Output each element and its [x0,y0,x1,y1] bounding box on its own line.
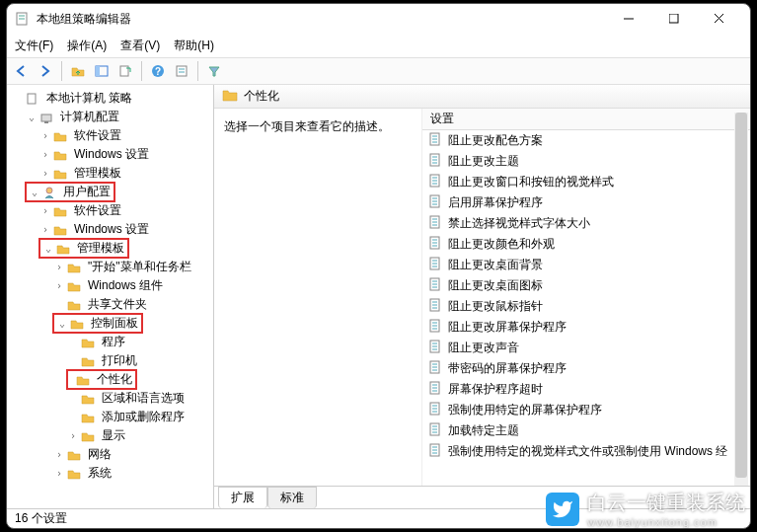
list-item-label: 带密码的屏幕保护程序 [448,360,567,377]
list-item-label: 阻止更改声音 [448,340,519,356]
svg-rect-15 [28,94,36,104]
list-item[interactable]: 阻止更改配色方案 [422,130,750,151]
list-item[interactable]: 阻止更改桌面图标 [422,275,750,296]
description-text: 选择一个项目来查看它的描述。 [224,119,390,133]
list-item-label: 阻止更改鼠标指针 [448,298,543,315]
policy-icon [428,319,442,336]
tree-c-admin[interactable]: ›管理模板 [11,164,213,183]
close-button[interactable] [697,4,742,34]
svg-rect-8 [96,66,100,76]
filter-button[interactable] [203,60,225,82]
tree-user-config[interactable]: ⌄用户配置 [11,183,213,201]
tab-standard[interactable]: 标准 [267,487,317,508]
tree-shared[interactable]: 共享文件夹 [11,295,213,314]
policy-icon [428,215,442,232]
help-button[interactable]: ? [147,60,169,82]
tree-pane[interactable]: 本地计算机 策略 ⌄ 计算机配置 ›软件设置 ›Windows 设置 ›管理模板… [7,85,214,508]
tab-extended[interactable]: 扩展 [218,487,267,508]
tree-system[interactable]: ›系统 [11,464,213,483]
tree-u-windows[interactable]: ›Windows 设置 [11,220,213,239]
list-item[interactable]: 阻止更改桌面背景 [422,255,750,275]
list-item[interactable]: 强制使用特定的视觉样式文件或强制使用 Windows 经 [422,441,750,462]
tree-root[interactable]: 本地计算机 策略 [11,89,213,108]
forward-button[interactable] [35,60,56,82]
settings-list[interactable]: 设置 阻止更改配色方案阻止更改主题阻止更改窗口和按钮的视觉样式启用屏幕保护程序禁… [421,109,750,486]
list-item-label: 屏幕保护程序超时 [448,381,543,398]
up-button[interactable] [67,60,89,82]
tree-network[interactable]: ›网络 [11,445,213,464]
svg-text:?: ? [155,66,161,77]
list-item[interactable]: 加载特定主题 [422,420,750,441]
tree-startmenu[interactable]: ›"开始"菜单和任务栏 [11,258,213,276]
tree-region[interactable]: 区域和语言选项 [11,389,213,408]
svg-point-18 [46,188,52,193]
properties-button[interactable] [171,60,192,82]
policy-icon [428,153,442,170]
list-item[interactable]: 屏幕保护程序超时 [422,379,750,400]
policy-icon [428,132,442,149]
list-item-label: 阻止更改屏幕保护程序 [448,319,567,336]
policy-icon [428,340,442,356]
minimize-button[interactable] [606,4,651,34]
list-item[interactable]: 阻止更改鼠标指针 [422,296,750,317]
list-item-label: 启用屏幕保护程序 [448,194,543,211]
list-item[interactable]: 阻止更改声音 [422,338,750,358]
show-hide-tree-button[interactable] [91,60,113,82]
tree-programs[interactable]: 程序 [11,333,213,351]
menubar: 文件(F) 操作(A) 查看(V) 帮助(H) [7,34,750,57]
list-item-label: 强制使用特定的屏幕保护程序 [448,402,602,418]
policy-icon [428,402,442,418]
titlebar: 本地组策略编辑器 [7,4,750,34]
policy-icon [428,360,442,377]
back-button[interactable] [11,60,33,82]
tree-c-software[interactable]: ›软件设置 [11,126,213,145]
svg-rect-4 [669,14,678,23]
policy-icon [428,422,442,439]
list-item[interactable]: 启用屏幕保护程序 [422,192,750,213]
watermark-brand: 白云一键重装系统 [587,490,745,516]
policy-icon [428,194,442,211]
tree-c-windows[interactable]: ›Windows 设置 [11,145,213,164]
content-header: 个性化 [214,85,750,109]
tree-addremove[interactable]: 添加或删除程序 [11,408,213,426]
policy-icon [428,174,442,190]
policy-icon [428,277,442,294]
list-item[interactable]: 强制使用特定的屏幕保护程序 [422,400,750,420]
list-item-label: 加载特定主题 [448,422,519,439]
list-header[interactable]: 设置 [422,109,750,130]
list-item[interactable]: 阻止更改颜色和外观 [422,234,750,255]
tree-personalization[interactable]: 个性化 [11,370,213,389]
list-item[interactable]: 带密码的屏幕保护程序 [422,358,750,379]
tree-control-panel[interactable]: ⌄控制面板 [11,314,213,333]
tree-u-software[interactable]: ›软件设置 [11,201,213,220]
app-window: 本地组策略编辑器 文件(F) 操作(A) 查看(V) 帮助(H) ? 本地计算机… [6,3,751,529]
list-item[interactable]: 禁止选择视觉样式字体大小 [422,213,750,234]
tree-wincomp[interactable]: ›Windows 组件 [11,276,213,295]
tree-display[interactable]: ›显示 [11,426,213,445]
maximize-button[interactable] [651,4,697,34]
policy-icon [428,298,442,315]
tree-u-admin[interactable]: ⌄管理模板 [11,239,213,258]
tree-computer-config[interactable]: ⌄ 计算机配置 [11,108,213,126]
list-item-label: 阻止更改桌面背景 [448,257,543,273]
menu-view[interactable]: 查看(V) [120,38,160,54]
app-icon [15,11,31,27]
menu-action[interactable]: 操作(A) [67,38,107,54]
menu-help[interactable]: 帮助(H) [174,38,214,54]
svg-rect-16 [41,114,51,121]
export-button[interactable] [114,60,136,82]
svg-rect-17 [44,121,48,123]
watermark-url: www.baiyunxitong.com [587,516,745,528]
list-item[interactable]: 阻止更改屏幕保护程序 [422,317,750,338]
content-title: 个性化 [244,88,279,105]
list-item-label: 强制使用特定的视觉样式文件或强制使用 Windows 经 [448,443,727,460]
policy-icon [428,381,442,398]
tree-printers[interactable]: 打印机 [11,351,213,370]
menu-file[interactable]: 文件(F) [15,38,53,54]
list-item[interactable]: 阻止更改主题 [422,151,750,172]
scrollbar[interactable] [734,113,748,486]
list-item[interactable]: 阻止更改窗口和按钮的视觉样式 [422,172,750,192]
status-text: 16 个设置 [15,510,67,527]
policy-icon [428,236,442,253]
list-item-label: 阻止更改配色方案 [448,132,543,149]
